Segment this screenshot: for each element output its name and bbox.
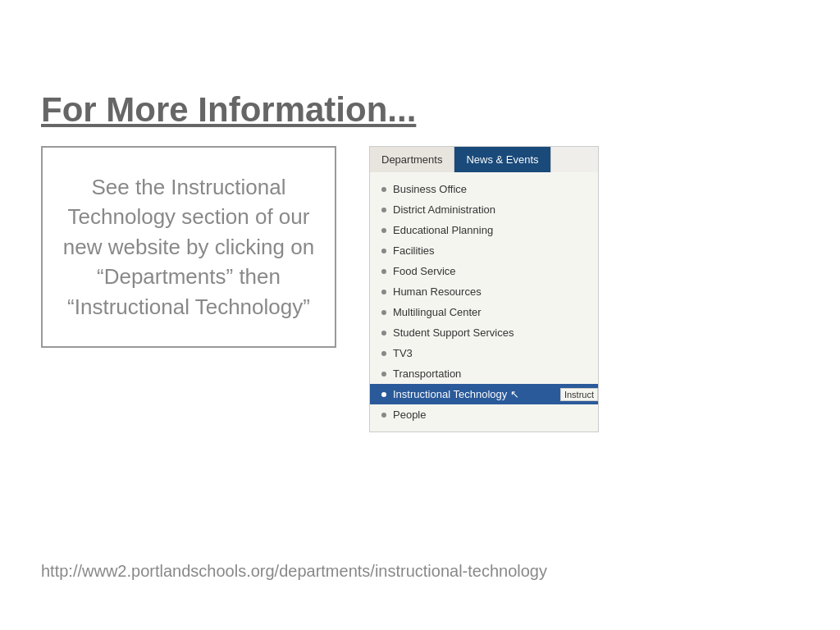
dept-bullet-icon [381, 269, 386, 274]
tab-departments[interactable]: Departments [370, 147, 454, 172]
dept-bullet-icon [381, 331, 386, 336]
dept-label: Student Support Services [393, 326, 514, 339]
dept-bullet-icon [381, 249, 386, 253]
website-screenshot: Departments News & Events Business Offic… [369, 146, 599, 432]
dept-label: Food Service [393, 265, 456, 277]
dept-item-food-service[interactable]: Food Service [370, 261, 598, 281]
dept-bullet-icon [381, 413, 386, 418]
dept-item-facilities[interactable]: Facilities [370, 240, 598, 261]
dept-bullet-icon [381, 351, 386, 356]
slide-title: For More Information... [41, 90, 799, 130]
dept-label: Educational Planning [393, 224, 493, 236]
bottom-url: http://www2.portlandschools.org/departme… [41, 562, 547, 581]
dept-label: Transportation [393, 368, 461, 380]
dept-item-tv3[interactable]: TV3 [370, 343, 598, 363]
dept-label: People [393, 409, 426, 421]
dept-label: District Administration [393, 203, 495, 216]
dept-label: TV3 [393, 347, 413, 359]
dept-item-human-resources[interactable]: Human Resources [370, 281, 598, 302]
dept-bullet-icon [381, 208, 386, 212]
info-text: See the Instructional Technology section… [59, 172, 318, 322]
dept-item-business-office[interactable]: Business Office [370, 179, 598, 199]
nav-tabs: Departments News & Events [370, 147, 598, 172]
dept-item-student-support-services[interactable]: Student Support Services [370, 322, 598, 343]
dept-item-educational-planning[interactable]: Educational Planning [370, 220, 598, 240]
departments-list: Business OfficeDistrict AdministrationEd… [370, 172, 598, 431]
cursor-icon: ↖ [510, 388, 519, 400]
dept-item-people[interactable]: People [370, 404, 598, 425]
info-text-box: See the Instructional Technology section… [41, 146, 336, 348]
tooltip: Instruct [560, 388, 598, 401]
dept-bullet-icon [381, 228, 386, 233]
dept-bullet-icon [381, 187, 386, 192]
content-area: See the Instructional Technology section… [41, 146, 799, 432]
dept-label: Business Office [393, 183, 467, 195]
dept-label: Instructional Technology [393, 388, 507, 400]
slide-container: For More Information... See the Instruct… [0, 0, 840, 630]
tab-news-events[interactable]: News & Events [454, 147, 550, 172]
dept-item-instructional-technology[interactable]: Instructional Technology↖Instruct [370, 384, 598, 404]
dept-bullet-icon [381, 290, 386, 294]
dept-bullet-icon [381, 392, 386, 397]
dept-label: Multilingual Center [393, 306, 482, 318]
dept-label: Human Resources [393, 285, 482, 298]
dept-item-transportation[interactable]: Transportation [370, 363, 598, 384]
dept-item-district-administration[interactable]: District Administration [370, 199, 598, 220]
dept-label: Facilities [393, 244, 435, 257]
dept-bullet-icon [381, 372, 386, 377]
dept-bullet-icon [381, 310, 386, 315]
dept-item-multilingual-center[interactable]: Multilingual Center [370, 302, 598, 322]
